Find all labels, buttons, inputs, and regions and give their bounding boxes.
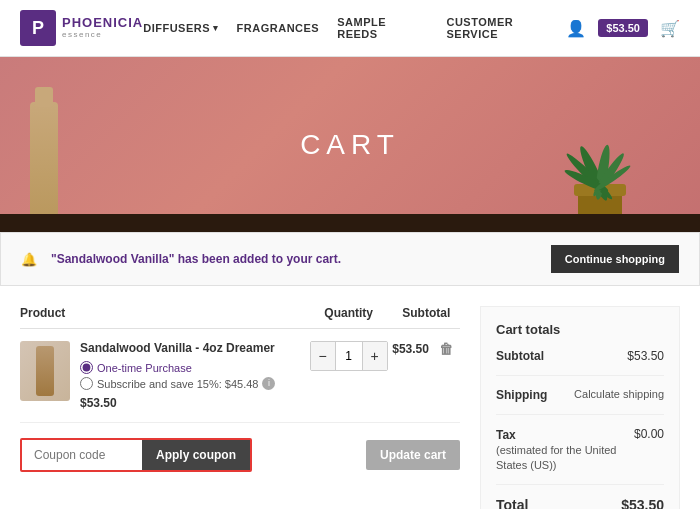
totals-total-label: Total: [496, 497, 528, 509]
notification-text-suffix: has been added to your cart.: [178, 252, 341, 266]
nav-diffusers[interactable]: DIFFUSERS ▾: [143, 22, 218, 34]
cart-icon[interactable]: 🛒: [660, 19, 680, 38]
coupon-row: Apply coupon Update cart: [20, 438, 460, 472]
quantity-control: − +: [310, 341, 388, 371]
header: P PHOENICIA essence DIFFUSERS ▾ FRAGRANC…: [0, 0, 700, 57]
main-content: Product Quantity Subtotal Sandalwood Van…: [0, 286, 700, 509]
cart-total[interactable]: $53.50: [598, 19, 648, 37]
nav-sample-reeds[interactable]: SAMPLE REEDS: [337, 16, 428, 40]
logo-icon: P: [20, 10, 56, 46]
brand-name: PHOENICIA: [62, 16, 143, 30]
totals-shipping-value: Calculate shipping: [574, 388, 664, 400]
subscribe-label: Subscribe and save 15%: $45.48: [97, 378, 258, 390]
totals-subtotal-label: Subtotal: [496, 349, 544, 363]
chevron-down-icon: ▾: [213, 23, 219, 33]
notification-message: 🔔 "Sandalwood Vanilla" has been added to…: [21, 252, 341, 267]
continue-shopping-button[interactable]: Continue shopping: [551, 245, 679, 273]
nav-fragrances[interactable]: FRAGRANCES: [237, 22, 320, 34]
totals-shipping-row: Shipping Calculate shipping: [496, 388, 664, 415]
totals-shipping-label: Shipping: [496, 388, 547, 402]
product-cell: Sandalwood Vanilla - 4oz Dreamer One-tim…: [20, 341, 305, 410]
update-cart-button[interactable]: Update cart: [366, 440, 460, 470]
product-image: [20, 341, 70, 401]
totals-tax-value: $0.00: [634, 427, 664, 441]
totals-tax-label: Tax: [496, 428, 516, 442]
table-row: Sandalwood Vanilla - 4oz Dreamer One-tim…: [20, 329, 460, 423]
cart-totals-title: Cart totals: [496, 322, 664, 337]
totals-subtotal-row: Subtotal $53.50: [496, 349, 664, 376]
subscribe-radio[interactable]: [80, 377, 93, 390]
col-subtotal: Subtotal: [392, 306, 460, 329]
col-product: Product: [20, 306, 305, 329]
hero-diffuser-decoration: [30, 102, 58, 232]
totals-tax-sublabel: (estimated for the United States (US)): [496, 444, 616, 471]
subtotal-cell: $53.50 🗑: [392, 329, 460, 423]
quantity-decrease-button[interactable]: −: [311, 342, 335, 370]
quantity-cell: − +: [305, 329, 392, 423]
totals-total-value: $53.50: [621, 497, 664, 509]
totals-tax-row: Tax (estimated for the United States (US…: [496, 427, 664, 485]
hero-banner: CART: [0, 57, 700, 232]
svg-text:P: P: [32, 18, 44, 38]
cart-section: Product Quantity Subtotal Sandalwood Van…: [20, 306, 460, 509]
brand-tagline: essence: [62, 31, 143, 40]
notification-highlight: "Sandalwood Vanilla": [51, 252, 174, 266]
hero-title: CART: [300, 129, 400, 161]
account-icon[interactable]: 👤: [566, 19, 586, 38]
apply-coupon-button[interactable]: Apply coupon: [142, 440, 250, 470]
bell-icon: 🔔: [21, 252, 37, 267]
info-icon[interactable]: i: [262, 377, 275, 390]
coupon-area: Apply coupon: [20, 438, 252, 472]
item-subtotal: $53.50: [392, 342, 429, 356]
one-time-label: One-time Purchase: [97, 362, 192, 374]
quantity-increase-button[interactable]: +: [363, 342, 387, 370]
header-right: 👤 $53.50 🛒: [566, 19, 680, 38]
main-nav: DIFFUSERS ▾ FRAGRANCES SAMPLE REEDS CUST…: [143, 16, 566, 40]
coupon-input[interactable]: [22, 440, 142, 470]
cart-table: Product Quantity Subtotal Sandalwood Van…: [20, 306, 460, 423]
totals-total-row: Total $53.50: [496, 497, 664, 509]
col-quantity: Quantity: [305, 306, 392, 329]
hero-plant-decoration: [560, 112, 640, 232]
nav-customer-service[interactable]: CUSTOMER SERVICE: [446, 16, 566, 40]
quantity-input[interactable]: [335, 342, 363, 370]
totals-subtotal-value: $53.50: [627, 349, 664, 363]
one-time-radio[interactable]: [80, 361, 93, 374]
delete-icon[interactable]: 🗑: [439, 341, 453, 357]
logo[interactable]: P PHOENICIA essence: [20, 10, 143, 46]
cart-totals: Cart totals Subtotal $53.50 Shipping Cal…: [480, 306, 680, 509]
product-name: Sandalwood Vanilla - 4oz Dreamer: [80, 341, 305, 355]
product-price: $53.50: [80, 396, 305, 410]
notification-bar: 🔔 "Sandalwood Vanilla" has been added to…: [0, 232, 700, 286]
